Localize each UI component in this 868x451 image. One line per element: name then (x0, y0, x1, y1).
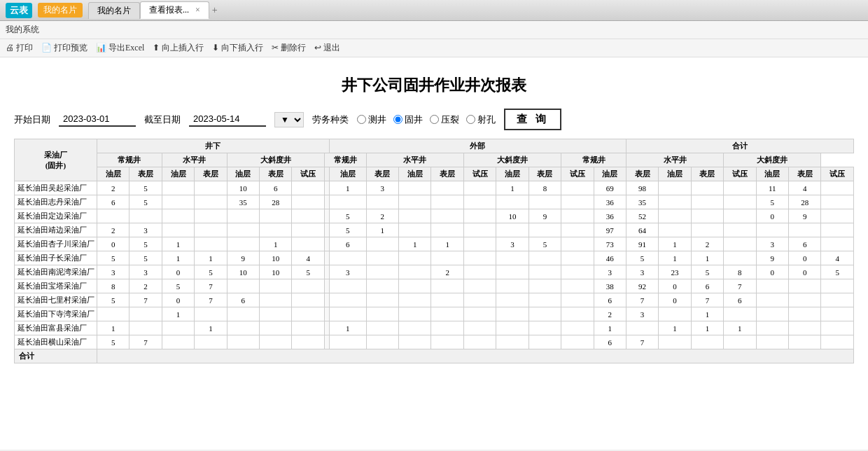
report-table: 采油厂(固井) 井下 外部 合计 常规井 水平井 大斜度井 常规井 水平井 大斜… (14, 139, 854, 363)
exit-icon: ↩ (314, 43, 321, 53)
table-row: 延长油田七里村采油厂5707667076 (15, 293, 854, 307)
hj-dd-sy: 试压 (821, 167, 854, 181)
insert-above-label: 向上插入行 (162, 42, 204, 54)
table-row: 延长油田志丹采油厂6535283635528 (15, 195, 854, 209)
date-dropdown[interactable]: ▼ (274, 112, 304, 127)
insert-above-icon: ⬆ (153, 43, 160, 53)
total-values (97, 349, 854, 363)
end-date-input[interactable] (189, 112, 266, 127)
wb-sp-header: 水平井 (366, 153, 463, 167)
print-icon: 🖨 (6, 43, 14, 53)
exit-button[interactable]: ↩ 退出 (314, 42, 340, 54)
print-preview-icon: 📄 (41, 43, 52, 53)
tab-add-icon[interactable]: + (212, 5, 218, 16)
table-row: 延长油田靖边采油厂23519764 (15, 223, 854, 237)
wb-dd-yc: 油层 (496, 167, 528, 181)
wb-dd-header: 大斜度井 (463, 153, 561, 167)
jx-cg-bc: 表层 (130, 167, 162, 181)
start-date-label: 开始日期 (14, 113, 50, 126)
tab-2[interactable]: 查看报表... × (140, 1, 209, 19)
table-row: 延长油田子长采油厂5511910446511904 (15, 251, 854, 265)
wb-empty (324, 167, 329, 181)
hj-dd-header: 大斜度井 (724, 153, 821, 167)
delete-row-button[interactable]: ✂ 删除行 (272, 42, 306, 54)
title-bar: 云表 我的名片 我的名片 查看报表... × + (0, 0, 868, 21)
factory-header: 采油厂(固井) (15, 139, 97, 181)
radio-yalie-input[interactable] (430, 115, 439, 124)
total-label: 合计 (15, 349, 97, 363)
delete-row-icon: ✂ (272, 43, 279, 53)
table-row: 延长油田宝塔采油厂82573892067 (15, 279, 854, 293)
insert-above-button[interactable]: ⬆ 向上插入行 (153, 42, 204, 54)
start-date-input[interactable] (59, 112, 136, 127)
radio-cejing-input[interactable] (357, 115, 366, 124)
export-excel-label: 导出Excel (108, 42, 144, 54)
service-type-radio-group: 测井 固井 压裂 射孔 (357, 113, 496, 126)
table-row: 延长油田定边采油厂52109365209 (15, 209, 854, 223)
wb-sp-bc: 表层 (431, 167, 463, 181)
app-menu-button[interactable]: 我的名片 (38, 3, 83, 18)
hj-cg-yc: 油层 (594, 167, 626, 181)
radio-gujing[interactable]: 固井 (393, 113, 423, 126)
jx-cg-yc: 油层 (97, 167, 130, 181)
waibu-header: 外部 (329, 139, 626, 153)
jx-cg-header: 常规井 (97, 153, 162, 167)
jx-dd-header: 大斜度井 (227, 153, 324, 167)
radio-gujing-label: 固井 (405, 113, 423, 126)
hj-sp-yc: 油层 (659, 167, 691, 181)
filter-row: 开始日期 截至日期 ▼ 劳务种类 测井 固井 压裂 射孔 (14, 103, 854, 139)
hj-sp-bc: 表层 (691, 167, 723, 181)
delete-row-label: 删除行 (281, 42, 306, 54)
wb-cg-yc: 油层 (329, 167, 366, 181)
table-row: 延长油田南泥湾采油厂33051010532332358005 (15, 265, 854, 279)
table-row: 延长油田下寺湾采油厂1231 (15, 307, 854, 321)
jx-dd-bc: 表层 (260, 167, 292, 181)
radio-cejing-label: 测井 (368, 113, 386, 126)
table-row: 延长油田富县采油厂1111111 (15, 321, 854, 335)
radio-cejing[interactable]: 测井 (357, 113, 386, 126)
export-excel-button[interactable]: 📊 导出Excel (96, 42, 144, 54)
print-preview-button[interactable]: 📄 打印预览 (41, 42, 88, 54)
jinxia-header: 井下 (97, 139, 330, 153)
jx-dd-sy: 试压 (292, 167, 324, 181)
end-date-label: 截至日期 (144, 113, 181, 126)
insert-below-label: 向下插入行 (221, 42, 263, 54)
hj-cg-header: 常规井 (561, 153, 626, 167)
table-row: 延长油田杏子川采油厂05116113573911236 (15, 237, 854, 251)
menu-bar-text: 我的系统 (6, 25, 39, 34)
service-type-label: 劳务种类 (312, 113, 349, 126)
heji-header: 合计 (626, 139, 853, 153)
jx-sp-yc: 油层 (162, 167, 194, 181)
table-row: 延长油田吴起采油厂2510613186998114 (15, 181, 854, 195)
jx-dd-yc: 油层 (227, 167, 259, 181)
print-button[interactable]: 🖨 打印 (6, 42, 33, 54)
radio-shekong-label: 射孔 (477, 113, 496, 126)
insert-below-button[interactable]: ⬇ 向下插入行 (212, 42, 263, 54)
toolbar: 🖨 打印 📄 打印预览 📊 导出Excel ⬆ 向上插入行 ⬇ 向下插入行 ✂ … (0, 39, 868, 57)
wb-sp-sy: 试压 (463, 167, 496, 181)
menu-bar: 我的系统 (0, 21, 868, 39)
tab-bar: 我的名片 查看报表... × + (88, 1, 218, 19)
hj-dd-yc: 油层 (756, 167, 788, 181)
wb-dd-sy: 试压 (561, 167, 594, 181)
main-content: 井下公司固井作业井次报表 开始日期 截至日期 ▼ 劳务种类 测井 固井 压裂 (0, 57, 868, 450)
insert-below-icon: ⬇ (212, 43, 219, 53)
radio-shekong[interactable]: 射孔 (466, 113, 496, 126)
wb-cg-bc: 表层 (366, 167, 398, 181)
wb-dd-bc: 表层 (528, 167, 561, 181)
hj-sp-header: 水平井 (626, 153, 723, 167)
wb-sp-yc: 油层 (399, 167, 431, 181)
hj-sp-sy: 试压 (724, 167, 756, 181)
jx-sp-bc: 表层 (195, 167, 227, 181)
query-button[interactable]: 查 询 (504, 109, 561, 130)
radio-gujing-input[interactable] (393, 115, 402, 124)
tab-1[interactable]: 我的名片 (88, 2, 140, 19)
radio-shekong-input[interactable] (466, 115, 475, 124)
tab-2-close-icon[interactable]: × (195, 5, 200, 15)
radio-yalie[interactable]: 压裂 (430, 113, 459, 126)
tab-2-label: 查看报表... (149, 5, 189, 15)
radio-yalie-label: 压裂 (441, 113, 459, 126)
exit-label: 退出 (323, 42, 340, 54)
hj-dd-bc: 表层 (788, 167, 820, 181)
print-preview-label: 打印预览 (54, 42, 88, 54)
